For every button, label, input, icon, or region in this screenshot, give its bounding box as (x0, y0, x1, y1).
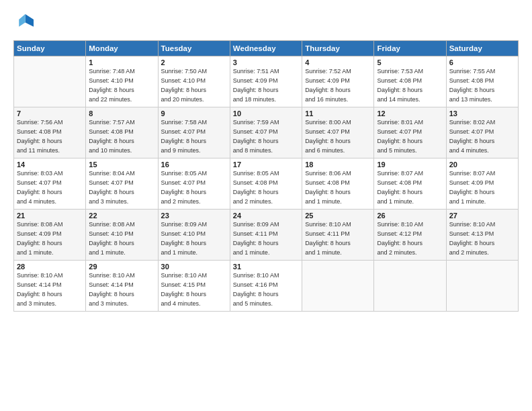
calendar-cell: 11Sunrise: 8:00 AMSunset: 4:07 PMDayligh… (302, 107, 374, 158)
day-number: 21 (17, 212, 83, 220)
calendar-week-5: 28Sunrise: 8:10 AMSunset: 4:14 PMDayligh… (14, 261, 519, 312)
day-info: Sunrise: 8:00 AMSunset: 4:07 PMDaylight:… (305, 118, 371, 156)
day-info: Sunrise: 8:08 AMSunset: 4:09 PMDaylight:… (17, 220, 83, 258)
day-number: 4 (305, 58, 371, 66)
calendar-cell: 18Sunrise: 8:06 AMSunset: 4:08 PMDayligh… (302, 158, 374, 210)
day-number: 28 (17, 263, 83, 271)
calendar-cell (446, 261, 518, 312)
calendar-cell: 26Sunrise: 8:10 AMSunset: 4:12 PMDayligh… (374, 210, 446, 261)
calendar-cell: 12Sunrise: 8:01 AMSunset: 4:07 PMDayligh… (374, 107, 446, 158)
day-info: Sunrise: 7:51 AMSunset: 4:09 PMDaylight:… (233, 67, 299, 105)
calendar-cell: 8Sunrise: 7:57 AMSunset: 4:08 PMDaylight… (86, 107, 158, 158)
weekday-header-monday: Monday (86, 41, 158, 56)
weekday-header-thursday: Thursday (302, 41, 374, 56)
day-number: 16 (161, 161, 227, 169)
svg-marker-1 (19, 14, 25, 27)
day-number: 2 (161, 58, 227, 66)
day-number: 19 (377, 161, 443, 169)
calendar-cell: 24Sunrise: 8:09 AMSunset: 4:11 PMDayligh… (230, 210, 302, 261)
weekday-header-wednesday: Wednesday (230, 41, 302, 56)
day-info: Sunrise: 7:50 AMSunset: 4:10 PMDaylight:… (161, 67, 227, 105)
day-info: Sunrise: 7:58 AMSunset: 4:07 PMDaylight:… (161, 118, 227, 156)
weekday-header-row: SundayMondayTuesdayWednesdayThursdayFrid… (14, 41, 519, 56)
calendar-cell: 28Sunrise: 8:10 AMSunset: 4:14 PMDayligh… (14, 261, 86, 312)
weekday-header-friday: Friday (374, 41, 446, 56)
day-number: 23 (161, 212, 227, 220)
day-number: 18 (305, 161, 371, 169)
day-info: Sunrise: 8:04 AMSunset: 4:07 PMDaylight:… (89, 169, 154, 207)
day-number: 30 (161, 263, 227, 271)
calendar-cell: 13Sunrise: 8:02 AMSunset: 4:07 PMDayligh… (446, 107, 518, 158)
day-number: 9 (161, 109, 227, 118)
weekday-header-tuesday: Tuesday (158, 41, 230, 56)
day-number: 26 (377, 212, 443, 220)
day-info: Sunrise: 8:10 AMSunset: 4:13 PMDaylight:… (449, 220, 515, 258)
day-info: Sunrise: 8:10 AMSunset: 4:12 PMDaylight:… (377, 220, 443, 258)
calendar-week-4: 21Sunrise: 8:08 AMSunset: 4:09 PMDayligh… (14, 210, 519, 261)
calendar-cell: 21Sunrise: 8:08 AMSunset: 4:09 PMDayligh… (14, 210, 86, 261)
day-info: Sunrise: 8:07 AMSunset: 4:09 PMDaylight:… (449, 169, 515, 207)
calendar-cell: 15Sunrise: 8:04 AMSunset: 4:07 PMDayligh… (86, 158, 158, 210)
day-number: 22 (89, 212, 154, 220)
logo (13, 12, 35, 34)
day-number: 27 (449, 212, 515, 220)
day-info: Sunrise: 8:10 AMSunset: 4:11 PMDaylight:… (305, 220, 371, 258)
day-info: Sunrise: 8:08 AMSunset: 4:10 PMDaylight:… (89, 220, 154, 258)
calendar-cell (302, 261, 374, 312)
day-number: 3 (233, 58, 299, 66)
day-number: 29 (89, 263, 154, 271)
calendar-cell: 7Sunrise: 7:56 AMSunset: 4:08 PMDaylight… (14, 107, 86, 158)
calendar-cell: 3Sunrise: 7:51 AMSunset: 4:09 PMDaylight… (230, 56, 302, 107)
day-info: Sunrise: 7:59 AMSunset: 4:07 PMDaylight:… (233, 118, 299, 156)
day-number: 5 (377, 58, 443, 66)
calendar-cell: 31Sunrise: 8:10 AMSunset: 4:16 PMDayligh… (230, 261, 302, 312)
calendar-cell: 14Sunrise: 8:03 AMSunset: 4:07 PMDayligh… (14, 158, 86, 210)
calendar-cell: 22Sunrise: 8:08 AMSunset: 4:10 PMDayligh… (86, 210, 158, 261)
day-number: 15 (89, 161, 154, 169)
calendar-cell: 25Sunrise: 8:10 AMSunset: 4:11 PMDayligh… (302, 210, 374, 261)
calendar-cell: 5Sunrise: 7:53 AMSunset: 4:08 PMDaylight… (374, 56, 446, 107)
day-info: Sunrise: 7:56 AMSunset: 4:08 PMDaylight:… (17, 118, 83, 156)
calendar-cell: 4Sunrise: 7:52 AMSunset: 4:09 PMDaylight… (302, 56, 374, 107)
day-info: Sunrise: 7:57 AMSunset: 4:08 PMDaylight:… (89, 118, 154, 156)
calendar-cell: 9Sunrise: 7:58 AMSunset: 4:07 PMDaylight… (158, 107, 230, 158)
weekday-header-saturday: Saturday (446, 41, 518, 56)
day-number: 24 (233, 212, 299, 220)
day-info: Sunrise: 7:53 AMSunset: 4:08 PMDaylight:… (377, 67, 443, 105)
day-info: Sunrise: 8:07 AMSunset: 4:08 PMDaylight:… (377, 169, 443, 207)
calendar-cell (374, 261, 446, 312)
day-info: Sunrise: 7:48 AMSunset: 4:10 PMDaylight:… (89, 67, 154, 105)
calendar-week-1: 1Sunrise: 7:48 AMSunset: 4:10 PMDaylight… (14, 56, 519, 107)
day-info: Sunrise: 7:52 AMSunset: 4:09 PMDaylight:… (305, 67, 371, 105)
calendar-week-2: 7Sunrise: 7:56 AMSunset: 4:08 PMDaylight… (14, 107, 519, 158)
day-info: Sunrise: 8:09 AMSunset: 4:11 PMDaylight:… (233, 220, 299, 258)
day-number: 31 (233, 263, 299, 271)
calendar-cell: 17Sunrise: 8:05 AMSunset: 4:08 PMDayligh… (230, 158, 302, 210)
day-number: 7 (17, 109, 83, 118)
calendar-cell: 30Sunrise: 8:10 AMSunset: 4:15 PMDayligh… (158, 261, 230, 312)
day-info: Sunrise: 8:06 AMSunset: 4:08 PMDaylight:… (305, 169, 371, 207)
day-info: Sunrise: 8:10 AMSunset: 4:16 PMDaylight:… (233, 271, 299, 309)
day-number: 25 (305, 212, 371, 220)
calendar-cell: 10Sunrise: 7:59 AMSunset: 4:07 PMDayligh… (230, 107, 302, 158)
header (13, 12, 519, 34)
svg-marker-0 (26, 14, 34, 27)
day-number: 20 (449, 161, 515, 169)
day-info: Sunrise: 8:10 AMSunset: 4:14 PMDaylight:… (89, 271, 154, 309)
day-info: Sunrise: 8:10 AMSunset: 4:15 PMDaylight:… (161, 271, 227, 309)
day-number: 10 (233, 109, 299, 118)
calendar-cell: 23Sunrise: 8:09 AMSunset: 4:10 PMDayligh… (158, 210, 230, 261)
day-number: 14 (17, 161, 83, 169)
day-number: 8 (89, 109, 154, 118)
calendar-cell (14, 56, 86, 107)
calendar-cell: 16Sunrise: 8:05 AMSunset: 4:07 PMDayligh… (158, 158, 230, 210)
calendar-cell: 27Sunrise: 8:10 AMSunset: 4:13 PMDayligh… (446, 210, 518, 261)
day-number: 12 (377, 109, 443, 118)
day-number: 17 (233, 161, 299, 169)
calendar-cell: 20Sunrise: 8:07 AMSunset: 4:09 PMDayligh… (446, 158, 518, 210)
day-info: Sunrise: 8:10 AMSunset: 4:14 PMDaylight:… (17, 271, 83, 309)
day-info: Sunrise: 8:09 AMSunset: 4:10 PMDaylight:… (161, 220, 227, 258)
day-number: 6 (449, 58, 515, 66)
day-info: Sunrise: 8:05 AMSunset: 4:07 PMDaylight:… (161, 169, 227, 207)
day-number: 1 (89, 58, 154, 66)
